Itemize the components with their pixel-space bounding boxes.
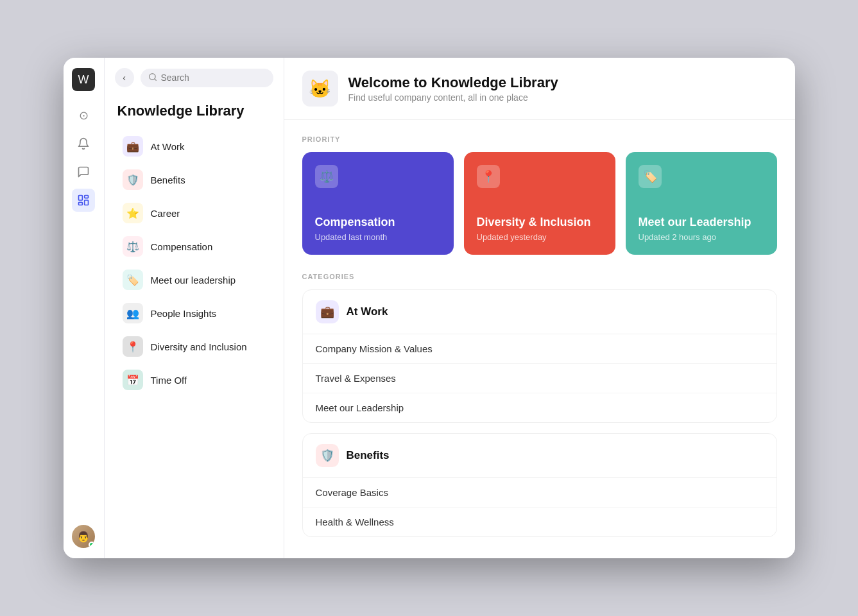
sidebar-item-icon-at-work: 💼 [123,136,143,157]
category-card-benefits: 🛡️ Benefits Coverage Basics Health & Wel… [302,433,777,537]
sidebar: ‹ Knowledge Library 💼 At Work 🛡️ Benefit… [105,58,284,558]
category-title-benefits: Benefits [347,449,390,462]
sidebar-item-timeoff[interactable]: 📅 Time Off [110,363,279,397]
sidebar-item-icon-diversity: 📍 [123,336,143,357]
priority-card-compensation[interactable]: ⚖️ Compensation Updated last month [302,152,454,255]
category-icon-benefits: 🛡️ [316,444,339,467]
search-icon [148,73,157,83]
nav-bottom: 👨 [72,525,95,548]
priority-card-diversity[interactable]: 📍 Diversity & Inclusion Updated yesterda… [464,152,615,255]
search-input[interactable] [161,73,266,83]
svg-line-5 [154,78,156,80]
sidebar-item-at-work[interactable]: 💼 At Work [110,130,279,163]
categories-container: 💼 At Work Company Mission & Values Trave… [302,289,777,537]
category-card-at-work: 💼 At Work Company Mission & Values Trave… [302,289,777,423]
category-title-at-work: At Work [347,305,388,318]
priority-card-leadership[interactable]: 🏷️ Meet our Leadership Updated 2 hours a… [626,152,777,255]
svg-rect-0 [79,196,83,201]
sidebar-item-leadership[interactable]: 🏷️ Meet our leadership [110,263,279,296]
sidebar-item-diversity[interactable]: 📍 Diversity and Inclusion [110,330,279,363]
category-header-at-work: 💼 At Work [303,290,776,334]
sidebar-item-benefits[interactable]: 🛡️ Benefits [110,163,279,196]
sidebar-item-icon-timeoff: 📅 [123,370,143,390]
sidebar-item-icon-compensation: ⚖️ [123,236,143,257]
sidebar-item-label-timeoff: Time Off [151,375,187,386]
category-item[interactable]: Health & Wellness [303,508,776,536]
sidebar-item-label-people: People Insights [151,308,217,319]
sidebar-item-icon-people: 👥 [123,303,143,323]
sidebar-item-label-diversity: Diversity and Inclusion [151,341,247,352]
category-header-benefits: 🛡️ Benefits [303,434,776,478]
svg-rect-3 [79,202,83,205]
sidebar-title: Knowledge Library [105,98,284,130]
card-badge-leadership: 🏷️ [639,165,662,188]
search-box [141,69,273,87]
back-button[interactable]: ‹ [115,68,134,87]
sidebar-item-icon-career: ⭐ [123,203,143,223]
priority-cards: ⚖️ Compensation Updated last month 📍 Div… [302,152,777,255]
nav-rail: W ⊙ 👨 [64,58,105,558]
sidebar-item-icon-leadership: 🏷️ [123,270,143,290]
sidebar-items: 💼 At Work 🛡️ Benefits ⭐ Career ⚖️ Compen… [105,130,284,397]
category-item[interactable]: Travel & Expenses [303,364,776,393]
header-text: Welcome to Knowledge Library Find useful… [348,74,558,103]
sidebar-item-label-career: Career [151,208,180,219]
page-subtitle: Find useful company content, all in one … [348,92,558,103]
sidebar-item-career[interactable]: ⭐ Career [110,196,279,230]
svg-rect-2 [85,200,89,205]
sidebar-item-compensation[interactable]: ⚖️ Compensation [110,230,279,263]
card-subtitle-compensation: Updated last month [315,232,441,242]
header-icon: 🐱 [302,71,338,107]
card-subtitle-diversity: Updated yesterday [477,232,603,242]
card-title-diversity: Diversity & Inclusion [477,216,603,230]
category-icon-at-work: 💼 [316,300,339,323]
priority-label: PRIORITY [302,135,777,143]
sidebar-item-people[interactable]: 👥 People Insights [110,296,279,330]
online-indicator [89,542,95,548]
sidebar-item-label-benefits: Benefits [151,175,185,185]
nav-item-home[interactable]: ⊙ [72,104,95,127]
nav-item-library[interactable] [72,189,95,212]
sidebar-item-icon-benefits: 🛡️ [123,169,143,190]
card-badge-compensation: ⚖️ [315,165,338,188]
categories-label: CATEGORIES [302,273,777,280]
sidebar-item-label-leadership: Meet our leadership [151,275,236,286]
card-title-compensation: Compensation [315,216,441,230]
card-badge-diversity: 📍 [477,165,500,188]
card-title-leadership: Meet our Leadership [639,216,764,230]
content-area: PRIORITY ⚖️ Compensation Updated last mo… [284,120,795,558]
nav-item-notifications[interactable] [72,132,95,155]
user-avatar[interactable]: 👨 [72,525,95,548]
main-content: 🐱 Welcome to Knowledge Library Find usef… [284,58,795,558]
main-header: 🐱 Welcome to Knowledge Library Find usef… [284,58,795,120]
card-subtitle-leadership: Updated 2 hours ago [639,232,764,242]
page-title: Welcome to Knowledge Library [348,74,558,91]
logo: W [72,68,95,91]
svg-rect-1 [85,196,89,198]
nav-item-messages[interactable] [72,160,95,184]
category-item[interactable]: Company Mission & Values [303,334,776,364]
category-item[interactable]: Coverage Basics [303,478,776,508]
sidebar-item-label-at-work: At Work [151,141,185,152]
category-item[interactable]: Meet our Leadership [303,393,776,422]
sidebar-item-label-compensation: Compensation [151,241,213,252]
sidebar-top: ‹ [105,68,284,98]
